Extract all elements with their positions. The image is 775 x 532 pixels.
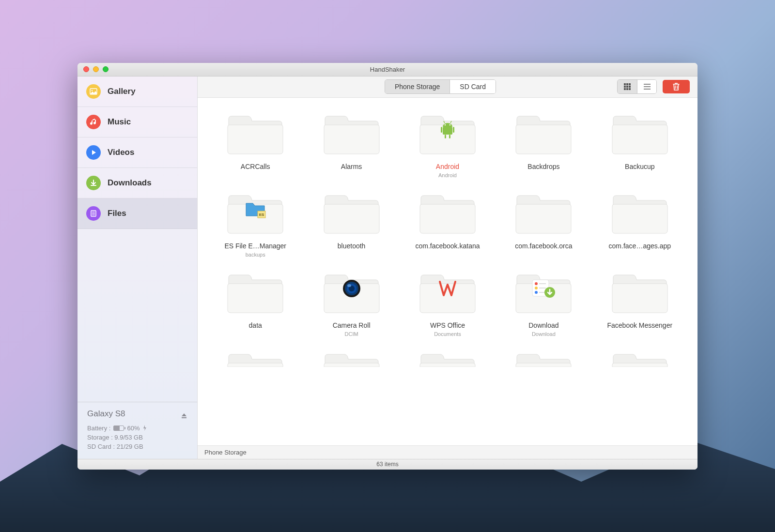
grid-icon — [624, 83, 631, 90]
folder-item[interactable]: com.facebook.katana — [400, 189, 496, 263]
folder-label: data — [249, 321, 262, 329]
sidebar-item-gallery[interactable]: Gallery — [78, 76, 197, 107]
folder-item[interactable]: ESES File E…Managerbackups — [207, 189, 303, 263]
sdcard-line: SD Card : 21/29 GB — [87, 443, 187, 450]
toolbar: Phone Storage SD Card — [198, 76, 698, 98]
svg-rect-14 — [629, 88, 631, 90]
download-icon — [86, 176, 101, 190]
folder-icon — [512, 189, 575, 237]
folder-icon — [320, 109, 383, 158]
svg-point-24 — [450, 124, 451, 125]
svg-rect-15 — [644, 84, 651, 85]
device-name: Galaxy S8 — [87, 409, 125, 419]
storage-btn-sdcard[interactable]: SD Card — [450, 80, 496, 93]
svg-rect-22 — [449, 135, 450, 138]
folder-label: com.face…ages.app — [609, 242, 671, 250]
svg-rect-20 — [453, 127, 454, 133]
folder-item[interactable]: com.facebook.orca — [496, 189, 591, 263]
folder-item[interactable] — [207, 348, 303, 373]
folder-icon — [512, 348, 575, 367]
device-panel: Galaxy S8 Battery : 60% Storage : 9.9/53… — [78, 402, 197, 459]
main-pane: Phone Storage SD Card — [198, 76, 698, 459]
folder-sublabel: backups — [246, 252, 265, 258]
folder-label: ES File E…Manager — [224, 242, 286, 250]
maximize-button[interactable] — [103, 66, 108, 72]
folder-icon — [608, 189, 671, 237]
svg-line-26 — [450, 121, 451, 123]
minimize-button[interactable] — [93, 66, 99, 72]
folder-sublabel: Android — [438, 172, 457, 178]
folder-icon — [320, 268, 383, 317]
folder-item[interactable]: Camera RollDCIM — [303, 268, 399, 343]
folder-icon — [320, 348, 383, 367]
svg-point-37 — [535, 287, 538, 289]
file-icon — [86, 206, 101, 221]
delete-button[interactable] — [663, 80, 690, 93]
folder-item[interactable] — [303, 348, 399, 373]
folder-label: Alarms — [341, 163, 362, 170]
folder-icon — [512, 268, 575, 317]
svg-point-34 — [347, 284, 351, 287]
folder-sublabel: DCIM — [345, 331, 358, 337]
svg-rect-18 — [443, 127, 452, 135]
folder-label: ACRCalls — [241, 163, 270, 170]
view-toggle — [617, 79, 657, 94]
svg-point-38 — [535, 291, 538, 294]
folder-icon — [608, 348, 671, 367]
folder-label: Download — [528, 321, 558, 329]
svg-point-36 — [535, 282, 538, 285]
charging-icon — [142, 425, 147, 431]
folder-icon — [608, 109, 671, 158]
sidebar-item-label: Gallery — [108, 87, 136, 96]
folder-icon — [416, 109, 479, 158]
music-icon — [86, 115, 101, 129]
trash-icon — [673, 83, 680, 91]
folder-icon — [416, 189, 479, 237]
folder-item[interactable]: AndroidAndroid — [400, 109, 496, 184]
folder-item[interactable] — [400, 348, 496, 373]
grid-view-button[interactable] — [618, 80, 637, 93]
folder-item[interactable]: com.face…ages.app — [592, 189, 688, 263]
sidebar-item-music[interactable]: Music — [78, 107, 197, 137]
folder-item[interactable]: bluetooth — [303, 189, 399, 263]
svg-rect-12 — [624, 88, 626, 90]
svg-rect-16 — [644, 86, 651, 87]
folder-item[interactable]: Backdrops — [496, 109, 591, 184]
folder-item[interactable]: Facebook Messenger — [592, 268, 688, 343]
folder-label: WPS Office — [430, 321, 465, 329]
svg-rect-21 — [445, 135, 446, 138]
folder-icon — [224, 268, 287, 317]
sidebar-item-files[interactable]: Files — [78, 198, 197, 229]
svg-rect-9 — [624, 86, 626, 88]
sidebar-item-downloads[interactable]: Downloads — [78, 168, 197, 198]
storage-btn-phone[interactable]: Phone Storage — [385, 80, 450, 93]
sidebar: GalleryMusicVideosDownloadsFiles Galaxy … — [78, 76, 198, 459]
battery-icon — [113, 426, 124, 431]
folder-item[interactable]: Backucup — [592, 109, 688, 184]
folder-item[interactable]: DownloadDownload — [496, 268, 591, 343]
svg-rect-11 — [629, 86, 631, 88]
folder-item[interactable] — [496, 348, 591, 373]
folder-item[interactable]: Alarms — [303, 109, 399, 184]
folder-item[interactable] — [592, 348, 688, 373]
folder-label: com.facebook.katana — [415, 242, 480, 250]
nav-list: GalleryMusicVideosDownloadsFiles — [78, 76, 197, 402]
sidebar-item-videos[interactable]: Videos — [78, 137, 197, 168]
list-view-button[interactable] — [637, 80, 656, 93]
folder-icon — [416, 348, 479, 367]
close-button[interactable] — [83, 66, 89, 72]
folder-item[interactable]: ACRCalls — [207, 109, 303, 184]
svg-rect-6 — [624, 83, 626, 85]
svg-point-1 — [92, 90, 93, 91]
folder-label: Backucup — [625, 163, 654, 170]
wps-icon — [437, 278, 458, 299]
folder-label: com.facebook.orca — [515, 242, 572, 250]
traffic-lights — [78, 66, 108, 72]
eject-icon[interactable] — [181, 412, 187, 419]
list-icon — [644, 83, 651, 90]
esfile-icon: ES — [244, 199, 266, 219]
storage-line: Storage : 9.9/53 GB — [87, 434, 187, 441]
download-icon — [530, 278, 557, 299]
folder-item[interactable]: data — [207, 268, 303, 343]
folder-item[interactable]: WPS OfficeDocuments — [400, 268, 496, 343]
